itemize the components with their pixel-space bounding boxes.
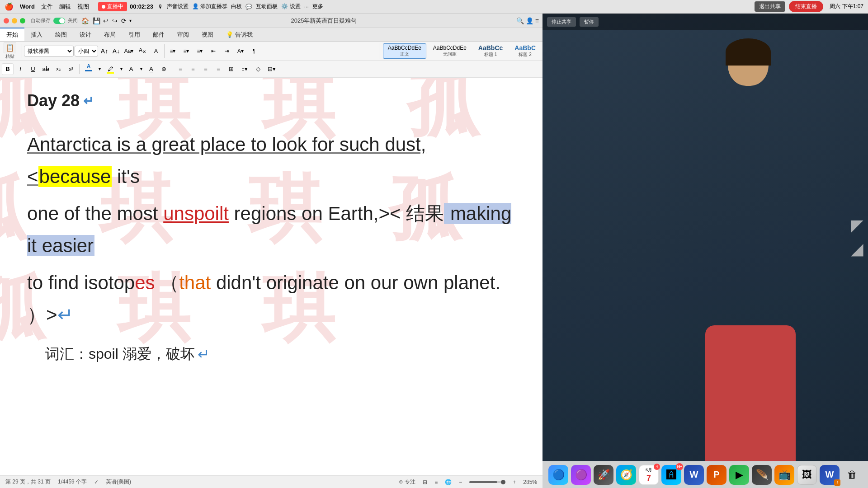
exit-share-btn[interactable]: 退出共享 [755, 1, 785, 12]
profile-icon[interactable]: 👤 [526, 17, 533, 24]
live-ctrl-whiteboard[interactable]: 白板 [231, 3, 242, 10]
apple-menu[interactable]: 🍎 [5, 2, 14, 11]
show-marks-btn[interactable]: ¶ [248, 46, 260, 56]
font-name-select[interactable]: 微软雅黑 [24, 46, 74, 56]
font-color-btn[interactable]: A [82, 63, 95, 75]
numbered-list-btn[interactable]: ≡▾ [180, 46, 193, 56]
menu-view[interactable]: 视图 [77, 3, 89, 11]
live-ctrl-more2[interactable]: 更多 [312, 3, 323, 10]
tab-view[interactable]: 视图 [195, 28, 220, 41]
app-name[interactable]: Word [20, 3, 35, 10]
font-shrink-btn[interactable]: A↓ [111, 46, 122, 56]
qat-dropdown[interactable]: ▾ [129, 18, 132, 23]
font-shading-btn[interactable]: A [125, 63, 137, 75]
paste-icon[interactable]: 📋 [4, 42, 16, 53]
dock-siri[interactable]: 🟣 [571, 465, 591, 485]
live-ctrl-chat[interactable]: 💬 [245, 4, 252, 10]
columns-btn[interactable]: ⊞ [225, 63, 237, 75]
view-normal-btn[interactable]: ⊟ [423, 479, 427, 485]
style-normal[interactable]: AaBbCcDdEe 正文 [383, 43, 426, 59]
dock-trash[interactable]: 🗑 [842, 465, 862, 485]
menu-file[interactable]: 文件 [41, 3, 53, 11]
search-icon[interactable]: 🔍 [516, 17, 524, 24]
live-ctrl-settings[interactable]: ⚙️ 设置 [281, 3, 300, 10]
home-icon[interactable]: 🏠 [81, 17, 89, 24]
dock-appstore[interactable]: 🅰 99+ [661, 465, 681, 485]
arrow-up-icon[interactable]: ◤ [851, 216, 863, 235]
zoom-in-btn[interactable]: + [513, 479, 516, 485]
align-right-btn[interactable]: ≡ [200, 63, 212, 75]
view-outline-btn[interactable]: ≡ [434, 479, 438, 485]
dock-video-app[interactable]: 📺 [774, 465, 794, 485]
dock-word2[interactable]: W ! [820, 465, 840, 485]
font-color-dropdown[interactable]: ▾ [96, 63, 103, 75]
zoom-slider[interactable] [469, 481, 505, 483]
align-justify-btn[interactable]: ≡ [212, 63, 224, 75]
border-btn[interactable]: ⊟▾ [265, 63, 278, 75]
bold-btn[interactable]: B [2, 63, 14, 75]
change-case-btn[interactable]: Aa▾ [123, 46, 135, 56]
end-live-btn[interactable]: 结束直播 [789, 1, 823, 12]
font-shading-dropdown[interactable]: ▾ [138, 63, 144, 75]
document-area[interactable]: 孤 琪 琪 孤 孤 琪 琪 孤 孤 琪 琪 Day 28 [0, 78, 542, 475]
undo-btn[interactable]: ↩ [103, 17, 108, 24]
tab-insert[interactable]: 插入 [24, 28, 49, 41]
tab-start[interactable]: 开始 [0, 28, 24, 41]
font-grow-btn[interactable]: A↑ [99, 46, 110, 56]
live-ctrl-sound[interactable]: 声音设置 [167, 3, 189, 10]
win-close-btn[interactable] [4, 18, 9, 23]
increase-indent-btn[interactable]: ⇥ [221, 46, 233, 56]
subscript-btn[interactable]: x₂ [52, 63, 64, 75]
dock-calendar[interactable]: 5月 7 4 [639, 465, 659, 485]
redo-btn[interactable]: ↪ [112, 17, 118, 24]
italic-btn[interactable]: I [14, 63, 26, 75]
style-h2[interactable]: AaBbC 标题 2 [509, 43, 541, 59]
dock-preview[interactable]: 🖼 [797, 465, 817, 485]
shade-fill-btn[interactable]: ◇ [252, 63, 264, 75]
highlight-dropdown[interactable]: ▾ [118, 63, 124, 75]
more-btn[interactable]: ≡ [535, 17, 539, 24]
tab-design[interactable]: 设计 [73, 28, 98, 41]
focus-btn[interactable]: ⊙ 专注 [399, 478, 415, 486]
language-indicator[interactable]: 英语(美国) [106, 478, 131, 486]
char-spacing-btn[interactable]: A [150, 46, 162, 56]
tab-mailings[interactable]: 邮件 [146, 28, 171, 41]
view-web-btn[interactable]: 🌐 [445, 479, 452, 485]
bullets-btn[interactable]: ≡▾ [166, 46, 179, 56]
decrease-indent-btn[interactable]: ⇤ [207, 46, 220, 56]
save-icon[interactable]: 💾 [93, 17, 100, 24]
underline-btn[interactable]: U [27, 63, 39, 75]
style-nospace[interactable]: AaBbCcDdEe 无间距 [428, 43, 472, 59]
autosave-toggle[interactable] [53, 18, 65, 24]
dock-video-player[interactable]: ▶ [729, 465, 749, 485]
tab-draw[interactable]: 绘图 [49, 28, 73, 41]
tab-help[interactable]: 💡 告诉我 [220, 28, 259, 41]
win-max-btn[interactable] [20, 18, 25, 23]
menu-edit[interactable]: 编辑 [59, 3, 71, 11]
align-center-btn[interactable]: ≡ [187, 63, 199, 75]
dock-powerpoint[interactable]: P [707, 465, 726, 485]
dock-finder[interactable]: 🔵 [548, 465, 568, 485]
multilevel-list-btn[interactable]: ≡▾ [193, 46, 206, 56]
proofing-check[interactable]: ✓ [94, 479, 99, 485]
dock-launchpad[interactable]: 🚀 [594, 465, 613, 485]
pause-share-btn[interactable]: 暂停 [580, 17, 599, 27]
dock-safari[interactable]: 🧭 [616, 465, 636, 485]
char-border-btn[interactable]: A̲ [145, 63, 157, 75]
strikethrough-btn[interactable]: ab̶ [40, 63, 52, 75]
live-ctrl-interact[interactable]: 互动面板 [256, 3, 278, 10]
live-ctrl-more[interactable]: ··· [304, 4, 309, 10]
tab-references[interactable]: 引用 [122, 28, 146, 41]
sort-btn[interactable]: A▾ [234, 46, 247, 56]
dock-word[interactable]: W [684, 465, 704, 485]
line-spacing-btn[interactable]: ↕▾ [238, 63, 251, 75]
live-ctrl-mic[interactable]: 🎙 [158, 4, 163, 10]
phonetic-btn[interactable]: ⊛ [158, 63, 170, 75]
style-h1[interactable]: AaBbCc 标题 1 [473, 43, 508, 59]
align-left-btn[interactable]: ≡ [175, 63, 186, 75]
superscript-btn[interactable]: x² [65, 63, 77, 75]
win-min-btn[interactable] [12, 18, 17, 23]
live-ctrl-add[interactable]: 👤 添加直播群 [192, 3, 227, 10]
highlight-btn[interactable]: 🖍 [104, 63, 117, 75]
dock-wing[interactable]: 🪶 [752, 465, 772, 485]
